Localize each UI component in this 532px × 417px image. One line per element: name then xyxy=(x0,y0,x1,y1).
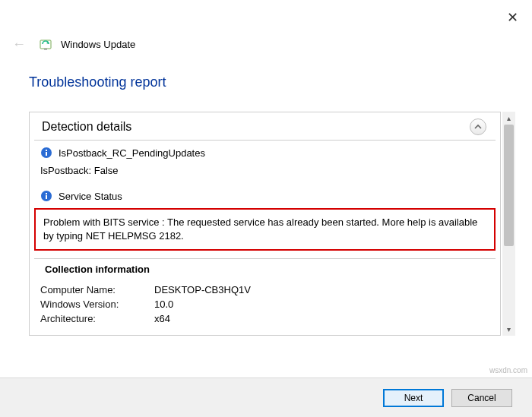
scroll-track[interactable] xyxy=(502,125,515,323)
scroll-up-icon[interactable]: ▴ xyxy=(502,112,515,125)
svg-rect-6 xyxy=(46,195,47,199)
wizard-footer: Next Cancel xyxy=(0,378,532,417)
scroll-thumb[interactable] xyxy=(504,125,514,246)
close-icon[interactable]: ✕ xyxy=(507,9,518,26)
detection-item-label: IsPostback_RC_PendingUpdates xyxy=(59,147,205,159)
watermark: wsxdn.com xyxy=(489,366,527,374)
windows-update-icon xyxy=(40,38,53,52)
table-row: Computer Name: DESKTOP-CB3HQ1V xyxy=(40,283,489,297)
problem-highlight: Problem with BITS service : The requeste… xyxy=(34,208,496,251)
chevron-up-icon xyxy=(474,123,482,131)
content-area: Troubleshooting report Detection details… xyxy=(29,74,515,336)
kv-val: 10.0 xyxy=(154,299,489,310)
detection-item: Service Status xyxy=(30,184,500,205)
collapse-button[interactable] xyxy=(470,118,486,135)
page-title: Troubleshooting report xyxy=(29,74,515,90)
vertical-scrollbar[interactable]: ▴ ▾ xyxy=(502,112,515,336)
table-row: Architecture: x64 xyxy=(40,311,489,326)
info-icon xyxy=(40,147,52,159)
svg-rect-1 xyxy=(44,49,47,50)
kv-val: x64 xyxy=(154,313,489,324)
wizard-header: ← Windows Update xyxy=(9,36,523,52)
info-icon xyxy=(40,190,52,202)
detection-item-label: Service Status xyxy=(59,191,122,202)
header-title: Windows Update xyxy=(61,39,135,50)
detection-details-header: Detection details xyxy=(34,112,496,141)
collection-info-grid: Computer Name: DESKTOP-CB3HQ1V Windows V… xyxy=(30,280,500,335)
kv-key: Architecture: xyxy=(40,313,154,324)
cancel-button[interactable]: Cancel xyxy=(451,389,512,407)
report-panel: Detection details IsPostback_RC_PendingU… xyxy=(29,112,501,336)
svg-rect-4 xyxy=(46,150,47,151)
back-arrow-icon: ← xyxy=(9,36,26,52)
detection-item: IsPostback_RC_PendingUpdates xyxy=(30,141,500,162)
detection-details-label: Detection details xyxy=(42,120,131,134)
collection-info-header: Collection information xyxy=(34,258,496,280)
svg-rect-7 xyxy=(46,193,47,194)
kv-key: Computer Name: xyxy=(40,284,154,295)
scroll-down-icon[interactable]: ▾ xyxy=(502,323,515,336)
detection-item-sub: IsPostback: False xyxy=(30,162,500,184)
svg-rect-3 xyxy=(46,152,47,156)
table-row: Windows Version: 10.0 xyxy=(40,297,489,311)
kv-key: Windows Version: xyxy=(40,299,154,310)
next-button[interactable]: Next xyxy=(383,389,444,407)
kv-val: DESKTOP-CB3HQ1V xyxy=(154,284,489,295)
